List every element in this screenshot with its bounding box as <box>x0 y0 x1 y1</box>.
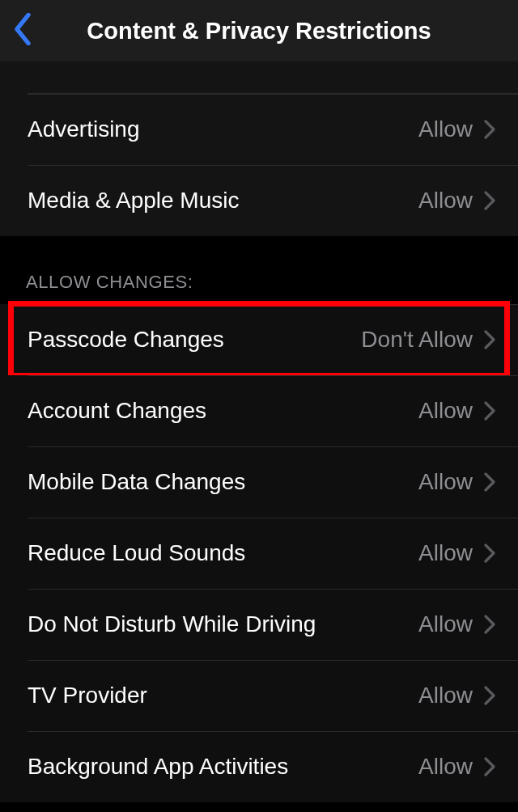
navbar: Content & Privacy Restrictions <box>0 0 518 61</box>
row-value: Allow <box>418 540 473 566</box>
row-label: Media & Apple Music <box>28 188 418 214</box>
settings-row-reduce-loud-sounds[interactable]: Reduce Loud Sounds Allow <box>0 518 518 589</box>
chevron-right-icon <box>484 120 495 139</box>
settings-row-tv-provider[interactable]: TV Provider Allow <box>0 660 518 731</box>
back-icon[interactable] <box>11 11 34 51</box>
settings-row-account-changes[interactable]: Account Changes Allow <box>0 375 518 446</box>
chevron-right-icon <box>484 543 495 563</box>
chevron-right-icon <box>484 686 495 705</box>
row-value: Allow <box>418 611 473 637</box>
row-label: Background App Activities <box>28 754 418 780</box>
settings-row-advertising[interactable]: Advertising Allow <box>0 94 518 165</box>
group-top: Advertising Allow Media & Apple Music Al… <box>0 61 518 236</box>
row-value: Allow <box>418 683 473 708</box>
row-value: Don't Allow <box>361 327 473 353</box>
row-label: Mobile Data Changes <box>28 469 418 495</box>
group-header: ALLOW CHANGES: <box>0 236 518 304</box>
row-label: TV Provider <box>28 683 418 708</box>
settings-list: Advertising Allow Media & Apple Music Al… <box>0 61 518 802</box>
settings-row-mobile-data-changes[interactable]: Mobile Data Changes Allow <box>0 446 518 518</box>
row-label: Reduce Loud Sounds <box>28 540 418 566</box>
group-allow-changes: ALLOW CHANGES: Passcode Changes Don't Al… <box>0 236 518 802</box>
row-label: Account Changes <box>28 398 418 424</box>
row-value: Allow <box>418 469 473 495</box>
row-label: Advertising <box>28 116 418 142</box>
chevron-right-icon <box>484 757 495 776</box>
chevron-right-icon <box>484 472 495 492</box>
chevron-right-icon <box>484 401 495 421</box>
settings-row-passcode-changes[interactable]: Passcode Changes Don't Allow <box>0 304 518 375</box>
row-label: Do Not Disturb While Driving <box>28 611 418 637</box>
row-value: Allow <box>418 188 473 214</box>
settings-row-background-app-activities[interactable]: Background App Activities Allow <box>0 731 518 802</box>
chevron-right-icon <box>484 615 495 634</box>
chevron-right-icon <box>484 330 495 349</box>
settings-row-cutoff[interactable] <box>0 61 518 94</box>
row-value: Allow <box>418 398 473 424</box>
row-label: Passcode Changes <box>28 327 361 353</box>
row-value: Allow <box>418 754 473 780</box>
chevron-right-icon <box>484 191 495 210</box>
row-value: Allow <box>418 116 473 142</box>
settings-row-do-not-disturb-while-driving[interactable]: Do Not Disturb While Driving Allow <box>0 589 518 660</box>
page-title: Content & Privacy Restrictions <box>0 18 518 44</box>
settings-row-media-apple-music[interactable]: Media & Apple Music Allow <box>0 165 518 236</box>
